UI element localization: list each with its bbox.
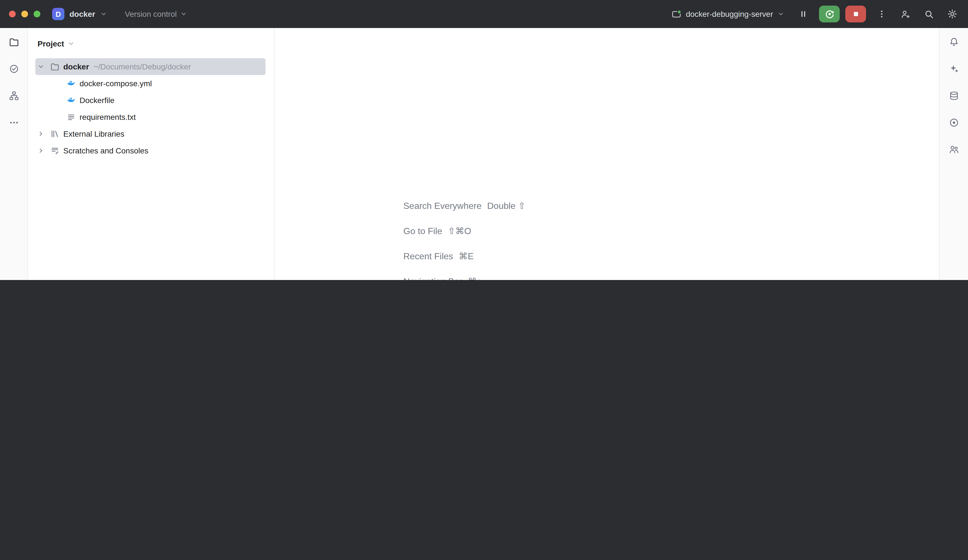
shortcut-action: Recent Files	[403, 251, 453, 261]
shortcut-action: Search Everywhere	[403, 201, 481, 211]
run-config-name: docker-debugging-server	[686, 10, 773, 18]
sci-view-button[interactable]	[944, 113, 963, 132]
more-tool-windows-button[interactable]	[4, 113, 23, 132]
project-panel-title: Project	[38, 39, 64, 48]
chevron-down-icon	[100, 11, 107, 17]
minimize-window-button[interactable]	[21, 11, 28, 17]
text-file-icon	[65, 113, 77, 121]
run-config-icon	[672, 9, 681, 19]
code-with-me-button[interactable]	[944, 140, 963, 159]
tree-item-dockerfile[interactable]: Dockerfile	[35, 92, 265, 109]
tree-item-label: docker-compose.yml	[80, 79, 152, 88]
tree-item-requirements[interactable]: requirements.txt	[35, 109, 265, 126]
ai-assistant-button[interactable]	[944, 60, 963, 78]
libraries-icon	[49, 129, 61, 138]
tree-item-label: Scratches and Consoles	[63, 146, 148, 155]
tree-item-label: External Libraries	[63, 129, 124, 138]
shortcut-navigation-bar: Navigation Bar ⌘↑	[403, 269, 525, 280]
tree-item-label: docker	[63, 62, 89, 71]
search-everywhere-button[interactable]	[921, 6, 937, 22]
project-avatar: D	[52, 8, 65, 20]
pause-button[interactable]	[796, 6, 811, 22]
chevron-down-icon	[777, 11, 784, 17]
workbench: Project docker ~/Documents/Debug/docker	[0, 28, 968, 280]
more-actions-button[interactable]	[874, 6, 890, 22]
shortcut-keys: ⇧⌘O	[448, 226, 471, 236]
settings-button[interactable]	[945, 6, 960, 22]
left-strip-top	[4, 33, 23, 132]
stop-button[interactable]	[845, 6, 866, 22]
tree-item-scratches[interactable]: Scratches and Consoles	[35, 142, 265, 159]
docker-icon	[65, 79, 77, 88]
editor-empty-area: Search Everywhere Double ⇧ Go to File ⇧⌘…	[275, 28, 939, 280]
add-user-button[interactable]	[897, 6, 913, 22]
docker-icon	[65, 96, 77, 105]
project-tree: docker ~/Documents/Debug/docker docker-c…	[28, 58, 274, 159]
notifications-button[interactable]	[944, 33, 963, 51]
titlebar-actions: docker-debugging-server	[672, 6, 960, 22]
tree-item-label: requirements.txt	[80, 113, 136, 121]
scratches-icon	[49, 146, 61, 155]
tree-item-docker-compose[interactable]: docker-compose.yml	[35, 75, 265, 92]
chevron-down-icon	[68, 40, 75, 47]
tree-item-external-libraries[interactable]: External Libraries	[35, 126, 265, 142]
shortcut-go-to-file: Go to File ⇧⌘O	[403, 219, 525, 244]
structure-tool-button[interactable]	[4, 86, 23, 105]
shortcut-recent-files: Recent Files ⌘E	[403, 244, 525, 269]
vcs-widget[interactable]: Version control	[125, 10, 187, 18]
pycharm-window: D docker Version control docker-debuggin…	[0, 0, 968, 280]
rerun-debug-button[interactable]	[819, 6, 840, 22]
shortcut-search-everywhere: Search Everywhere Double ⇧	[403, 193, 525, 219]
left-tool-strip	[0, 28, 28, 280]
project-panel-header[interactable]: Project	[28, 29, 274, 58]
empty-state-shortcuts: Search Everywhere Double ⇧ Go to File ⇧⌘…	[403, 193, 525, 280]
tree-item-docker-root[interactable]: docker ~/Documents/Debug/docker	[35, 58, 265, 75]
chevron-down-icon[interactable]	[35, 63, 46, 70]
folder-icon	[49, 62, 61, 71]
database-button[interactable]	[944, 86, 963, 105]
project-panel: Project docker ~/Documents/Debug/docker	[28, 28, 275, 280]
tree-item-label: Dockerfile	[80, 96, 114, 105]
shortcut-action: Go to File	[403, 226, 442, 236]
window-controls	[9, 11, 40, 17]
tree-item-path: ~/Documents/Debug/docker	[94, 62, 191, 71]
chevron-right-icon[interactable]	[35, 147, 46, 154]
shortcut-keys: ⌘E	[459, 251, 474, 262]
shortcut-keys: Double ⇧	[487, 200, 525, 211]
close-window-button[interactable]	[9, 11, 16, 17]
project-name: docker	[70, 10, 95, 18]
shortcut-action: Navigation Bar	[403, 277, 462, 280]
right-tool-strip	[939, 28, 968, 280]
project-widget[interactable]: D docker	[52, 8, 107, 20]
vcs-label: Version control	[125, 10, 177, 18]
project-tool-button[interactable]	[4, 33, 23, 51]
titlebar: D docker Version control docker-debuggin…	[0, 0, 968, 28]
commit-tool-button[interactable]	[4, 60, 23, 78]
run-configuration-selector[interactable]: docker-debugging-server	[672, 9, 784, 19]
chevron-down-icon	[180, 11, 187, 17]
zoom-window-button[interactable]	[34, 11, 40, 17]
right-strip-top	[944, 33, 963, 159]
shortcut-keys: ⌘↑	[468, 276, 481, 280]
chevron-right-icon[interactable]	[35, 131, 46, 137]
